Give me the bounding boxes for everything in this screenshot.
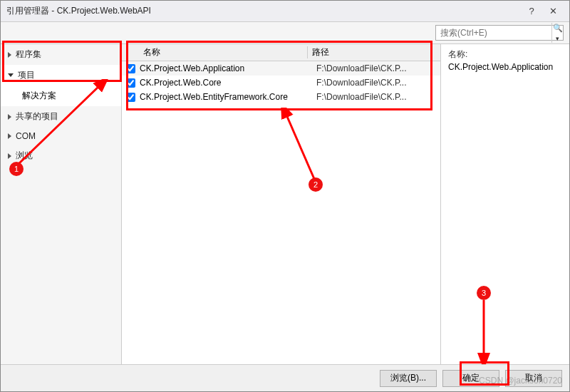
sidebar-subitem-solution[interactable]: 解决方案 bbox=[1, 86, 121, 106]
sidebar-label: 解决方案 bbox=[22, 91, 56, 100]
detail-name-value: CK.Project.Web.Application bbox=[448, 62, 562, 72]
row-checkbox[interactable] bbox=[126, 93, 135, 102]
list-pane: 名称 路径 CK.Project.Web.Application F:\Down… bbox=[122, 44, 441, 364]
row-path: F:\DownloadFile\CK.P... bbox=[316, 92, 436, 102]
window-title: 引用管理器 - CK.Project.Web.WebAPI bbox=[6, 5, 521, 17]
sidebar-item-com[interactable]: COM bbox=[1, 127, 121, 145]
row-path: F:\DownloadFile\CK.P... bbox=[316, 78, 436, 88]
footer: 浏览(B)... 确定 取消 bbox=[1, 364, 569, 391]
row-path: F:\DownloadFile\CK.P... bbox=[316, 63, 436, 73]
header-path[interactable]: 路径 bbox=[307, 46, 440, 58]
close-icon[interactable]: ✕ bbox=[542, 6, 564, 16]
browse-button[interactable]: 浏览(B)... bbox=[380, 370, 437, 387]
row-name: CK.Project.Web.Application bbox=[140, 63, 316, 73]
table-row[interactable]: CK.Project.Web.EntityFramework.Core F:\D… bbox=[122, 90, 440, 104]
main: 名称 路径 CK.Project.Web.Application F:\Down… bbox=[122, 44, 569, 364]
chevron-right-icon bbox=[8, 52, 11, 58]
toolbar: 🔍▾ bbox=[1, 22, 569, 43]
chevron-down-icon bbox=[8, 73, 14, 77]
list-header: 名称 路径 bbox=[122, 44, 440, 61]
sidebar-item-shared[interactable]: 共享的项目 bbox=[1, 106, 121, 127]
header-name[interactable]: 名称 bbox=[122, 46, 307, 58]
detail-name-label: 名称: bbox=[448, 48, 562, 61]
row-checkbox[interactable] bbox=[126, 78, 135, 88]
table-row[interactable]: CK.Project.Web.Core F:\DownloadFile\CK.P… bbox=[122, 76, 440, 90]
sidebar: 程序集 项目 解决方案 共享的项目 COM 浏览 bbox=[1, 44, 122, 364]
search-box[interactable]: 🔍▾ bbox=[435, 25, 564, 41]
chevron-right-icon bbox=[8, 133, 11, 139]
sidebar-label: 浏览 bbox=[16, 150, 33, 162]
search-input[interactable] bbox=[436, 28, 551, 38]
sidebar-item-projects[interactable]: 项目 bbox=[1, 65, 121, 86]
cancel-button[interactable]: 取消 bbox=[505, 370, 562, 387]
detail-pane: 名称: CK.Project.Web.Application bbox=[441, 44, 569, 364]
row-name: CK.Project.Web.EntityFramework.Core bbox=[140, 92, 316, 102]
sidebar-label: 程序集 bbox=[16, 48, 41, 61]
table-row[interactable]: CK.Project.Web.Application F:\DownloadFi… bbox=[122, 61, 440, 76]
content: 程序集 项目 解决方案 共享的项目 COM 浏览 名称 路径 CK.Projec… bbox=[1, 43, 569, 364]
sidebar-label: 共享的项目 bbox=[16, 110, 58, 123]
help-icon[interactable]: ? bbox=[521, 6, 542, 16]
chevron-right-icon bbox=[8, 114, 11, 120]
row-name: CK.Project.Web.Core bbox=[140, 78, 316, 88]
search-icon[interactable]: 🔍▾ bbox=[551, 23, 563, 43]
title-bar: 引用管理器 - CK.Project.Web.WebAPI ? ✕ bbox=[1, 1, 569, 22]
ok-button[interactable]: 确定 bbox=[442, 370, 499, 387]
chevron-right-icon bbox=[8, 153, 11, 159]
sidebar-label: 项目 bbox=[18, 69, 35, 81]
sidebar-item-browse[interactable]: 浏览 bbox=[1, 145, 121, 166]
sidebar-item-assemblies[interactable]: 程序集 bbox=[1, 44, 121, 65]
row-checkbox[interactable] bbox=[126, 64, 135, 73]
sidebar-label: COM bbox=[16, 131, 36, 141]
